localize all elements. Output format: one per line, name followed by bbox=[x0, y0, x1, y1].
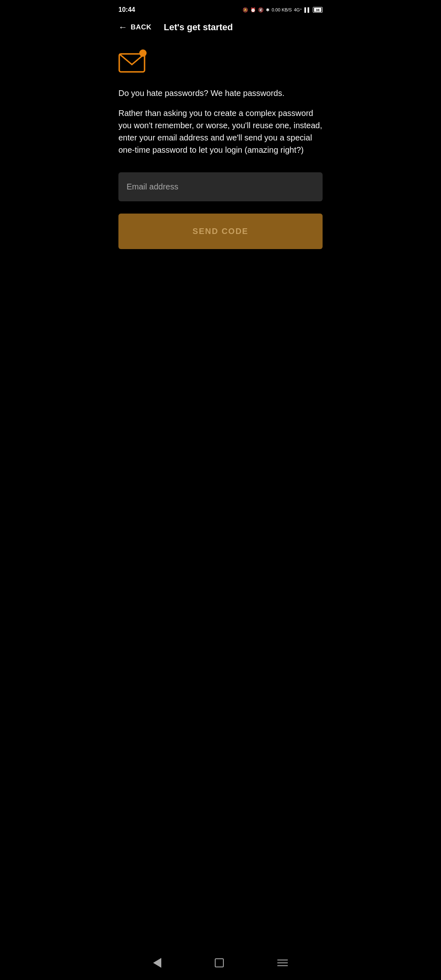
battery-level: 38 bbox=[314, 8, 321, 12]
description-text: Rather than asking you to create a compl… bbox=[118, 107, 323, 156]
headline-text: Do you hate passwords? We hate passwords… bbox=[118, 87, 323, 99]
alarm-icon: ⏰ bbox=[250, 7, 256, 13]
email-input[interactable] bbox=[118, 172, 323, 201]
page-title: Let's get started bbox=[164, 22, 233, 33]
back-button[interactable]: ← BACK bbox=[118, 22, 151, 33]
send-code-button[interactable]: SEND CODE bbox=[118, 214, 323, 249]
status-icons: 🔕 ⏰ 🔇 ✱ 0.00 KB/S 4G⁺ ▌▌ 38 bbox=[243, 7, 323, 13]
data-speed: 0.00 KB/S bbox=[272, 7, 292, 12]
mail-icon-container bbox=[118, 49, 148, 75]
bluetooth-icon: ✱ bbox=[266, 7, 270, 13]
status-time: 10:44 bbox=[118, 6, 135, 13]
notification-icon: 🔕 bbox=[243, 7, 248, 13]
volume-icon: 🔇 bbox=[258, 7, 264, 13]
back-label: BACK bbox=[131, 23, 151, 31]
mail-icon bbox=[118, 49, 148, 74]
battery-icon: 38 bbox=[313, 7, 323, 13]
signal-bars: ▌▌ bbox=[304, 7, 311, 12]
main-content: Do you hate passwords? We hate passwords… bbox=[110, 41, 331, 261]
signal-icon: 4G⁺ bbox=[294, 7, 303, 13]
top-navigation: ← BACK Let's get started bbox=[110, 18, 331, 41]
email-input-wrapper bbox=[118, 172, 323, 201]
back-arrow-icon: ← bbox=[118, 22, 127, 33]
status-bar: 10:44 🔕 ⏰ 🔇 ✱ 0.00 KB/S 4G⁺ ▌▌ 38 bbox=[110, 0, 331, 18]
svg-point-1 bbox=[139, 49, 147, 57]
